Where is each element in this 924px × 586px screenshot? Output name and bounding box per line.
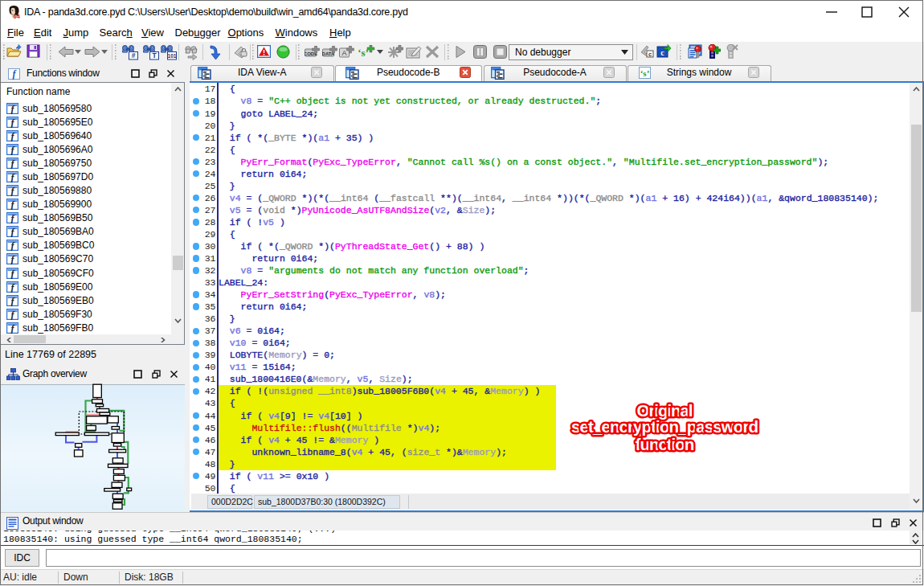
svg-text:function: function bbox=[636, 435, 695, 453]
svg-text:c: c bbox=[648, 51, 652, 58]
svg-text:A: A bbox=[341, 49, 346, 57]
svg-text:c: c bbox=[660, 48, 664, 57]
svg-text:set_encryption_password: set_encryption_password bbox=[571, 417, 758, 436]
